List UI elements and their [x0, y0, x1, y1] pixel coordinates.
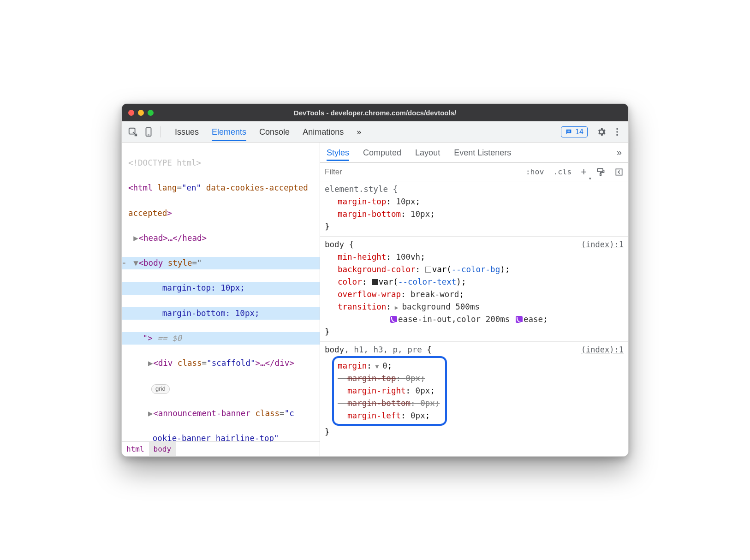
window-title: DevTools - developer.chrome.com/docs/dev… [128, 109, 622, 117]
more-menu-icon[interactable] [611, 125, 624, 138]
close-window-button[interactable] [128, 110, 134, 116]
subtab-layout[interactable]: Layout [415, 144, 440, 161]
titlebar: DevTools - developer.chrome.com/docs/dev… [122, 104, 628, 121]
styles-pane: Styles Computed Layout Event Listeners »… [320, 143, 628, 456]
source-link[interactable]: (index):1 [581, 238, 624, 250]
toolbar-divider [161, 126, 161, 137]
svg-rect-10 [616, 169, 622, 175]
settings-gear-icon[interactable] [595, 125, 608, 138]
rule-body-h1-h3-p-pre[interactable]: (index):1 body, h1, h3, p, pre { margin:… [320, 342, 628, 441]
elements-dom-tree: <!DOCTYPE html> <html lang="en" data-coo… [122, 143, 320, 456]
expand-icon[interactable]: ▶ [133, 232, 139, 244]
expand-shorthand-icon[interactable]: ▶ [391, 304, 402, 311]
tab-animations[interactable]: Animations [303, 123, 344, 141]
bezier-icon[interactable] [516, 316, 523, 323]
window-controls [128, 110, 154, 116]
tab-console[interactable]: Console [259, 123, 290, 141]
device-toggle-icon[interactable] [142, 125, 155, 138]
collapse-icon[interactable]: ▼ [133, 257, 139, 269]
svg-rect-3 [568, 131, 570, 131]
console-messages-badge[interactable]: 14 [561, 126, 588, 137]
maximize-window-button[interactable] [148, 110, 154, 116]
breadcrumbs: html body [122, 441, 320, 456]
sidebar-tabs: Styles Computed Layout Event Listeners » [320, 143, 628, 163]
svg-rect-4 [568, 131, 570, 132]
computed-reveal-icon[interactable] [610, 163, 628, 181]
svg-point-7 [616, 134, 618, 136]
crumb-body[interactable]: body [149, 442, 176, 456]
messages-count: 14 [575, 128, 583, 136]
color-swatch-icon[interactable] [425, 267, 431, 273]
styles-filter-input[interactable] [320, 163, 449, 181]
minimize-window-button[interactable] [138, 110, 144, 116]
hov-toggle[interactable]: :hov [521, 163, 549, 181]
panel-tabs: Issues Elements Console Animations » [175, 123, 361, 141]
doctype: <!DOCTYPE html> [128, 158, 201, 167]
subtab-event-listeners[interactable]: Event Listeners [454, 144, 511, 161]
more-tabs-button[interactable]: » [357, 123, 361, 141]
rule-element-style[interactable]: element.style { margin-top: 10px; margin… [320, 181, 628, 237]
tab-elements[interactable]: Elements [212, 123, 246, 141]
expand-icon[interactable]: ▶ [148, 407, 153, 420]
color-swatch-icon[interactable] [372, 279, 378, 285]
dom-code[interactable]: <!DOCTYPE html> <html lang="en" data-coo… [122, 143, 320, 441]
tab-issues[interactable]: Issues [175, 123, 199, 141]
svg-point-5 [616, 128, 618, 130]
styles-rules: element.style { margin-top: 10px; margin… [320, 181, 628, 456]
crumb-html[interactable]: html [122, 442, 149, 456]
subtab-computed[interactable]: Computed [363, 144, 401, 161]
svg-point-6 [616, 131, 618, 133]
expand-icon[interactable]: ▶ [148, 357, 153, 369]
bezier-icon[interactable] [390, 316, 397, 323]
main-toolbar: Issues Elements Console Animations » 14 [122, 121, 628, 143]
rule-body[interactable]: (index):1 body { min-height: 100vh; back… [320, 237, 628, 342]
cls-toggle[interactable]: .cls [548, 163, 576, 181]
more-subtabs-button[interactable]: » [617, 147, 622, 158]
source-link[interactable]: (index):1 [581, 344, 624, 356]
svg-rect-8 [597, 168, 603, 172]
collapse-shorthand-icon[interactable]: ▼ [372, 363, 382, 370]
styles-filter-bar: :hov .cls +▾ [320, 163, 628, 181]
highlighted-margin-shorthand: margin: ▼ 0; margin-top: 0px; margin-rig… [332, 356, 447, 426]
grid-badge[interactable]: grid [151, 384, 170, 393]
content-area: <!DOCTYPE html> <html lang="en" data-coo… [122, 143, 628, 456]
svg-rect-9 [600, 173, 601, 175]
new-rule-button[interactable]: +▾ [576, 163, 591, 181]
subtab-styles[interactable]: Styles [327, 144, 349, 161]
devtools-window: DevTools - developer.chrome.com/docs/dev… [121, 103, 629, 457]
inspect-element-icon[interactable] [126, 125, 139, 138]
head-node[interactable]: <head>…</head> [139, 233, 207, 243]
selected-node-body[interactable]: ⋯ ▼<body style=" [122, 257, 320, 269]
paint-icon[interactable] [591, 163, 610, 181]
